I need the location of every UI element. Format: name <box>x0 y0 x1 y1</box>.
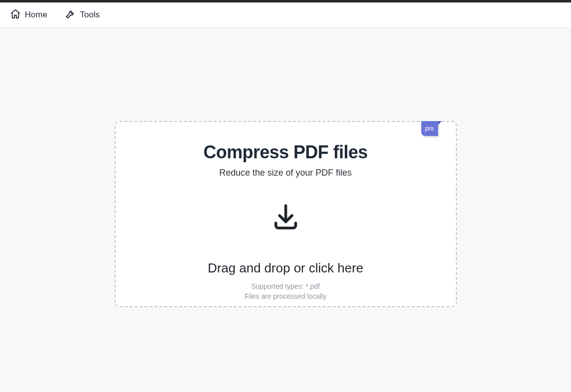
home-icon <box>10 8 21 22</box>
supported-types-text: Supported types: *.pdf <box>245 282 326 292</box>
tools-icon <box>65 8 76 22</box>
main-content: pro Compress PDF files Reduce the size o… <box>0 28 571 307</box>
navbar: Home Tools <box>0 2 571 28</box>
download-icon <box>271 202 301 234</box>
page-subtitle: Reduce the size of your PDF files <box>219 168 352 178</box>
nav-home-label: Home <box>25 10 47 20</box>
nav-home-link[interactable]: Home <box>10 8 47 22</box>
pro-badge-label: pro <box>425 125 434 132</box>
drop-instruction: Drag and drop or click here <box>208 261 364 276</box>
pro-badge: pro <box>421 121 438 136</box>
upload-drop-zone[interactable]: pro Compress PDF files Reduce the size o… <box>115 121 457 307</box>
page-title: Compress PDF files <box>203 142 368 163</box>
nav-tools-label: Tools <box>80 10 100 20</box>
local-processing-text: Files are processed locally <box>245 292 326 302</box>
upload-hints: Supported types: *.pdf Files are process… <box>245 282 326 301</box>
nav-tools-link[interactable]: Tools <box>65 8 100 22</box>
